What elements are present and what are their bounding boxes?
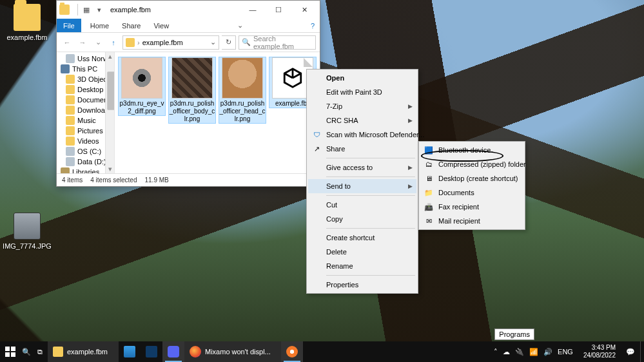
tray-language[interactable]: ENG <box>558 348 573 356</box>
nav-scrollbar[interactable]: ▴ ▾ <box>105 52 114 173</box>
image-icon <box>14 213 41 240</box>
tray-overflow-button[interactable]: ˄ <box>494 348 498 356</box>
taskbar-app-explorer[interactable]: example.fbm <box>48 341 119 362</box>
tab-view[interactable]: View <box>147 19 175 32</box>
system-tray[interactable]: ˄ ☁ 🔌 📶 🔊 ENG <box>489 341 578 362</box>
nav-back-button[interactable]: ← <box>61 36 73 49</box>
tray-volume-icon[interactable]: 🔊 <box>543 348 552 356</box>
notifications-button[interactable]: 💬 <box>621 341 640 362</box>
tab-file[interactable]: File <box>57 19 81 32</box>
menu-item-label: Open <box>326 74 344 82</box>
desktop-icon-example-fbm[interactable]: example.fbm <box>3 4 52 41</box>
menu-item-label: Give access to <box>326 164 373 171</box>
scroll-down-button[interactable]: ▾ <box>106 165 114 173</box>
tab-home[interactable]: Home <box>84 19 115 32</box>
search-input[interactable]: 🔍 Search example.fbm <box>239 35 316 50</box>
desktop-icon-img7774[interactable]: IMG_7774.JPG <box>3 213 52 250</box>
menu-item[interactable]: ↗Share <box>308 142 416 156</box>
close-button[interactable]: ✕ <box>291 1 317 19</box>
taskbar-app-blender[interactable] <box>281 341 303 362</box>
folder-icon <box>14 4 41 31</box>
nav-item-label: This PC <box>72 65 97 73</box>
file-item[interactable]: p3dm.ru_polish_officer_body_clr.png <box>169 57 215 123</box>
menu-item[interactable]: Send to▶ <box>308 179 416 193</box>
refresh-button[interactable]: ↻ <box>222 35 236 50</box>
file-item[interactable]: p3dm.ru_polish_officer_head_clr.png <box>219 57 266 123</box>
minimize-button[interactable]: — <box>240 1 266 19</box>
window-title: example.fbm <box>108 6 240 14</box>
menu-item[interactable]: Copy <box>308 212 416 226</box>
quick-access-toolbar: ▦ ▾ <box>82 5 104 14</box>
submenu-arrow-icon: ▶ <box>408 183 413 189</box>
start-button[interactable] <box>0 341 21 362</box>
task-view-button[interactable]: ⧉ <box>32 341 48 362</box>
menu-item[interactable]: 🟦Bluetooth device <box>420 143 523 157</box>
menu-item[interactable]: 7-Zip▶ <box>308 99 416 113</box>
address-bar[interactable]: › example.fbm ⌄ <box>122 35 219 50</box>
desktop-icon-label: example.fbm <box>3 33 52 41</box>
file-label: p3dm.ru_polish_officer_head_clr.png <box>219 100 266 123</box>
nav-item-icon <box>66 75 75 84</box>
file-grid[interactable]: p3dm.ru_eye_v2_diff.pngp3dm.ru_polish_of… <box>115 52 320 173</box>
taskbar-app-films[interactable] <box>141 341 162 362</box>
menu-item[interactable]: 🛡Scan with Microsoft Defender... <box>308 128 416 142</box>
taskbar-app-discord[interactable] <box>162 341 184 362</box>
tab-share[interactable]: Share <box>115 19 147 32</box>
doc-icon: 📁 <box>424 187 434 198</box>
nav-recent-button[interactable]: ⌄ <box>92 36 104 49</box>
menu-item[interactable]: Open <box>308 71 416 85</box>
menu-item[interactable]: 📠Fax recipient <box>420 200 523 214</box>
breadcrumb-segment[interactable]: example.fbm <box>142 39 183 46</box>
nav-item-label: Data (D:) <box>77 158 106 166</box>
qat-button[interactable]: ▾ <box>95 5 104 14</box>
menu-item[interactable]: Edit with Paint 3D <box>308 85 416 99</box>
file-item[interactable]: p3dm.ru_eye_v2_diff.png <box>119 57 165 115</box>
file-thumbnail <box>121 57 162 99</box>
clock-time: 3:43 PM <box>592 344 616 352</box>
ribbon-expand-button[interactable]: ⌄ <box>232 19 248 32</box>
maximize-button[interactable]: ☐ <box>266 1 291 19</box>
menu-item-label: Mail recipient <box>438 217 480 225</box>
menu-item[interactable]: 🗂Compressed (zipped) folder <box>420 157 523 171</box>
menu-item-label: 7-Zip <box>326 102 342 110</box>
window-titlebar[interactable]: ▦ ▾ example.fbm — ☐ ✕ <box>57 1 320 19</box>
navigation-pane[interactable]: Uss NorwayThis PC3D ObjectsDesktopDocume… <box>57 52 115 173</box>
search-placeholder: Search example.fbm <box>253 35 313 50</box>
taskbar-clock[interactable]: 3:43 PM 24/08/2022 <box>578 341 621 362</box>
scroll-up-button[interactable]: ▴ <box>106 52 114 61</box>
nav-item-icon <box>66 147 75 156</box>
show-desktop-button[interactable] <box>640 341 644 362</box>
file-label: p3dm.ru_eye_v2_diff.png <box>119 100 165 115</box>
taskbar-app-mail[interactable] <box>119 341 141 362</box>
qat-button[interactable]: ▦ <box>82 5 91 14</box>
taskbar-search-button[interactable]: 🔍 <box>21 341 32 362</box>
tray-power-icon[interactable]: 🔌 <box>515 348 524 356</box>
menu-item[interactable]: Rename <box>308 259 416 273</box>
ribbon-help-button[interactable]: ? <box>306 19 320 32</box>
menu-item-label: Share <box>326 145 345 153</box>
menu-item[interactable]: 📁Documents <box>420 186 523 200</box>
menu-item[interactable]: Create shortcut <box>308 231 416 245</box>
nav-item-icon <box>66 137 75 146</box>
nav-up-button[interactable]: ↑ <box>107 36 120 49</box>
menu-item[interactable]: ✉Mail recipient <box>420 214 523 228</box>
nav-forward-button[interactable]: → <box>76 36 89 49</box>
menu-item[interactable]: CRC SHA▶ <box>308 113 416 128</box>
taskbar-app-firefox[interactable]: Mixamo won't displ... <box>184 341 281 362</box>
menu-item[interactable]: Cut <box>308 198 416 212</box>
divider <box>77 4 78 15</box>
menu-item[interactable]: Give access to▶ <box>308 160 416 175</box>
menu-item[interactable]: 🖥Desktop (create shortcut) <box>420 171 523 186</box>
submenu-arrow-icon: ▶ <box>408 103 413 110</box>
tray-wifi-icon[interactable]: 📶 <box>529 348 538 356</box>
folder-icon <box>59 5 70 15</box>
share-icon: ↗ <box>311 144 322 154</box>
menu-item[interactable]: Delete <box>308 245 416 259</box>
menu-item-label: Cut <box>326 201 337 209</box>
menu-item-label: Fax recipient <box>438 203 479 211</box>
address-dropdown-button[interactable]: ⌄ <box>210 38 216 46</box>
menu-item[interactable]: Properties <box>308 278 416 292</box>
nav-item-label: Pictures <box>77 127 103 135</box>
scrollbar-thumb[interactable] <box>107 71 115 110</box>
tray-onedrive-icon[interactable]: ☁ <box>503 348 510 356</box>
